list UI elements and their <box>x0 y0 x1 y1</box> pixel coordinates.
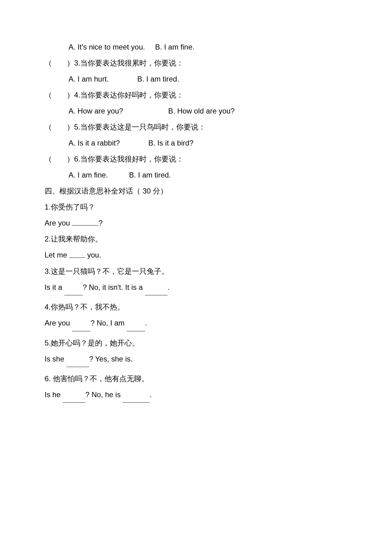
f4-zh: 4.你热吗？不，我不热。 <box>45 301 347 313</box>
f1-en: Are you ? <box>45 218 347 229</box>
section-4-header: 四、根据汉语意思补全对话（ 30 分） <box>45 186 347 197</box>
q6-row: （ ） 6.当你要表达我很好时，你要说： <box>45 154 347 165</box>
f6-en-a: Is he <box>45 390 63 399</box>
q3-option-b: B. I am tired. <box>137 74 179 85</box>
f2-blank[interactable] <box>69 250 85 258</box>
f6-en-c: . <box>150 390 152 399</box>
f5-en-b: ? Yes, she is. <box>89 355 133 363</box>
q4-option-b: B. How old are you? <box>168 106 235 117</box>
q6-option-b: B. I am tired. <box>129 170 171 181</box>
f6-blank-2[interactable] <box>123 395 150 403</box>
f6-blank-1[interactable] <box>63 395 85 403</box>
f6-en: Is he ? No, he is . <box>45 389 347 400</box>
q6-text: 6.当你要表达我很好时，你要说： <box>74 154 184 165</box>
f1-en-a: Are you <box>45 219 72 227</box>
f6-en-b: ? No, he is <box>85 390 123 399</box>
q5-option-a: A. Is it a rabbit? <box>69 138 120 149</box>
f5-en: Is she ? Yes, she is. <box>45 353 347 365</box>
q6-answer-blank[interactable]: （ ） <box>45 154 74 165</box>
q5-text: 5.当你要表达这是一只鸟吗时，你要说： <box>74 122 206 133</box>
f1-en-b: ? <box>98 219 102 227</box>
q5-answer-blank[interactable]: （ ） <box>45 122 74 133</box>
f6-zh: 6. 他害怕吗？不，他有点无聊。 <box>45 373 347 384</box>
q5-row: （ ） 5.当你要表达这是一只鸟吗时，你要说： <box>45 122 347 133</box>
q5-options: A. Is it a rabbit? B. Is it a bird? <box>45 138 347 149</box>
f2-en-a: Let me <box>45 251 69 259</box>
f3-en: Is it a ? No, it isn't. It is a . <box>45 282 347 293</box>
q2-option-a: A. It's nice to meet you. <box>69 42 145 53</box>
f4-en-a: Are you <box>45 319 72 327</box>
q4-answer-blank[interactable]: （ ） <box>45 90 74 101</box>
q6-option-a: A. I am fine. <box>69 170 108 181</box>
q4-options: A. How are you? B. How old are you? <box>45 106 347 117</box>
q6-options: A. I am fine. B. I am tired. <box>45 170 347 181</box>
f4-en-b: ? No, I am <box>90 319 126 327</box>
f4-blank-2[interactable] <box>127 323 145 331</box>
f3-en-a: Is it a <box>45 283 64 291</box>
q2-options: A. It's nice to meet you. B. I am fine. <box>45 42 347 53</box>
q3-text: 3.当你要表达我很累时，你要说： <box>74 58 184 69</box>
f3-en-c: . <box>168 283 170 291</box>
q3-option-a: A. I am hurt. <box>69 74 109 85</box>
f4-en: Are you ? No, I am . <box>45 317 347 329</box>
f3-en-b: ? No, it isn't. It is a <box>83 283 145 291</box>
f1-zh: 1.你受伤了吗？ <box>45 202 347 213</box>
q4-option-a: A. How are you? <box>69 106 123 117</box>
q4-text: 4.当你要表达你好吗时，你要说： <box>74 90 184 101</box>
f4-en-c: . <box>145 319 147 327</box>
f3-zh: 3.这是一只猫吗？不，它是一只兔子。 <box>45 266 347 277</box>
f3-blank-1[interactable] <box>64 287 83 295</box>
q4-row: （ ） 4.当你要表达你好吗时，你要说： <box>45 90 347 101</box>
q3-answer-blank[interactable]: （ ） <box>45 58 74 69</box>
f3-blank-2[interactable] <box>145 287 168 295</box>
q5-option-b: B. Is it a bird? <box>148 138 193 149</box>
f2-en-b: you. <box>85 251 101 259</box>
f2-en: Let me you. <box>45 250 347 261</box>
f4-blank-1[interactable] <box>72 323 90 331</box>
q3-options: A. I am hurt. B. I am tired. <box>45 74 347 85</box>
f5-en-a: Is she <box>45 355 66 363</box>
f1-blank[interactable] <box>72 218 98 226</box>
q3-row: （ ） 3.当你要表达我很累时，你要说： <box>45 58 347 69</box>
f2-zh: 2.让我来帮助你。 <box>45 234 347 245</box>
f5-blank[interactable] <box>66 359 89 367</box>
q2-option-b: B. I am fine. <box>155 42 194 53</box>
f5-zh: 5.她开心吗？是的，她开心。 <box>45 337 347 349</box>
